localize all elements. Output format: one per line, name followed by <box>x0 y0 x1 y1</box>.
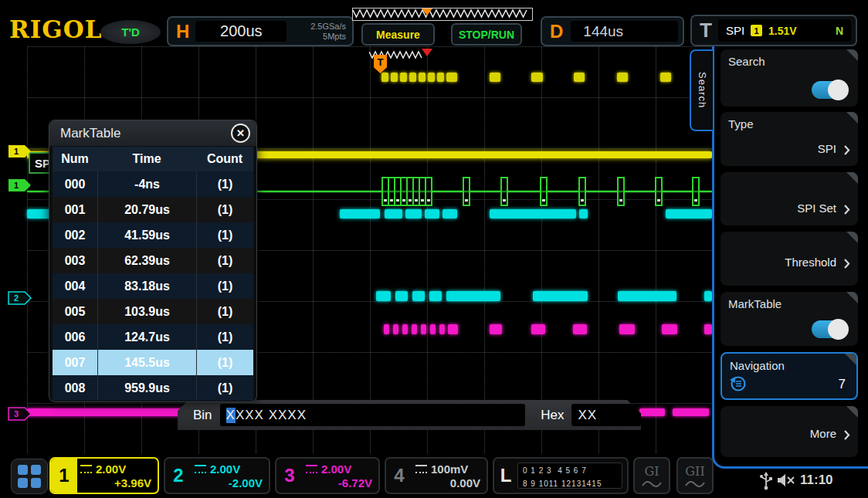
clock: 11:10 <box>800 473 833 488</box>
channel3-scale: 2.00V <box>321 462 351 476</box>
delay-settings-box[interactable]: D 144us <box>541 16 684 46</box>
dc-coupling-icon <box>80 465 92 473</box>
grid-icon <box>18 465 41 488</box>
channel3-position-tag[interactable]: 3 <box>8 407 32 421</box>
menu-item-search[interactable]: Search <box>721 49 858 107</box>
trigger-label: T <box>700 19 712 42</box>
hex-label: Hex <box>541 408 564 423</box>
waveform-position-bar[interactable] <box>352 8 533 21</box>
navigation-count: 7 <box>839 377 846 392</box>
trigger-source-badge: 1 <box>751 25 762 36</box>
channel2-box[interactable]: 2 2.00V -2.00V <box>164 457 270 494</box>
marktable-row[interactable]: 00120.79us(1) <box>53 197 253 222</box>
channel3-box[interactable]: 3 2.00V -6.72V <box>275 457 380 494</box>
channel4-offset: 0.00V <box>415 476 480 490</box>
channel1-scale: 2.00V <box>96 462 126 476</box>
trigger-settings-box[interactable]: T SPI 1 1.51V N <box>690 15 857 46</box>
timebase-value[interactable]: 200us <box>195 21 287 42</box>
marktable-row[interactable]: 007145.5us(1) <box>53 350 253 375</box>
delay-value[interactable]: 144us <box>571 21 678 42</box>
chevron-right-icon <box>843 204 850 215</box>
search-menu-tab[interactable]: Search <box>690 49 713 131</box>
svg-text:1: 1 <box>14 147 19 156</box>
sample-rate: 2.5GSa/s <box>310 22 346 31</box>
trigger-type: SPI <box>726 24 744 37</box>
channel1-box[interactable]: 1 2.00V +3.96V <box>49 457 159 494</box>
navigation-icon <box>730 375 747 392</box>
column-header-num: Num <box>53 152 97 166</box>
close-icon[interactable]: ✕ <box>231 124 250 143</box>
marktable-row[interactable]: 00241.59us(1) <box>53 222 253 248</box>
delay-label: D <box>550 21 563 42</box>
trigger-slope: N <box>836 25 843 37</box>
sine-icon <box>642 479 662 488</box>
dc-coupling-icon <box>415 465 427 473</box>
marktable-row[interactable]: 005103.9us(1) <box>53 299 253 324</box>
marktable-header: Num Time Count <box>53 147 253 171</box>
chevron-right-icon <box>843 144 850 156</box>
horizontal-settings-box[interactable]: H 200us 2.5GSa/s 5Mpts <box>167 16 354 46</box>
mute-speaker-icon <box>777 473 797 487</box>
trigger-position-marker-icon[interactable] <box>422 8 432 15</box>
channel2-offset: -2.00V <box>195 476 263 490</box>
svg-text:3: 3 <box>14 409 19 418</box>
menu-item-threshold[interactable]: Threshold <box>721 232 858 286</box>
search-menu: Search Type SPI SPI Set Threshold MarkTa… <box>712 46 868 469</box>
channel2-position-tag[interactable]: 2 <box>8 291 32 305</box>
hex-value: XX <box>571 404 641 426</box>
marktable-title[interactable]: MarkTable <box>49 120 256 146</box>
channel3-offset: -6.72V <box>306 476 372 490</box>
channel1-offset: +3.96V <box>80 476 151 490</box>
menu-item-type[interactable]: Type SPI <box>721 112 858 166</box>
chevron-right-icon <box>843 258 850 269</box>
marktable-toggle[interactable] <box>812 320 847 338</box>
chevron-right-icon <box>843 429 850 441</box>
sine-icon <box>685 479 705 488</box>
marktable-row[interactable]: 008959.9us(1) <box>53 375 253 401</box>
search-channel-position-tag[interactable]: 1 <box>8 178 32 192</box>
decode-bar: Bin XXXX XXXX Hex XX <box>178 400 641 430</box>
dc-coupling-icon <box>306 465 317 473</box>
marktable-row[interactable]: 00483.18us(1) <box>53 273 253 299</box>
trigger-point-icon <box>422 49 432 56</box>
trigger-status-badge: T'D <box>100 20 161 44</box>
column-header-time: Time <box>97 147 196 171</box>
oscilloscope-screen: RIGOL T'D H 200us 2.5GSa/s 5Mpts Measure… <box>0 0 868 498</box>
svg-text:1: 1 <box>14 181 19 190</box>
logic-row2: 8 9 1011 12131415 <box>523 479 602 488</box>
marktable-popup[interactable]: MarkTable ✕ Num Time Count 000-4ns(1)001… <box>49 120 257 402</box>
measure-button[interactable]: Measure <box>361 23 435 46</box>
marktable-body: 000-4ns(1)00120.79us(1)00241.59us(1)0036… <box>53 171 253 401</box>
column-header-count: Count <box>196 147 253 171</box>
usb-icon <box>760 472 772 490</box>
memory-depth: 5Mpts <box>323 32 346 41</box>
search-toggle[interactable] <box>812 81 847 99</box>
channel4-scale: 100mV <box>431 462 468 476</box>
channel1-position-tag[interactable]: 1 <box>8 144 32 158</box>
trigger-level: 1.51V <box>768 25 797 37</box>
marktable-row[interactable]: 000-4ns(1) <box>53 171 253 197</box>
menu-item-spi-set[interactable]: SPI Set <box>721 172 858 225</box>
marktable-row[interactable]: 00362.39us(1) <box>53 248 253 273</box>
logic-row1: 0 1 2 3 4 5 6 7 <box>523 466 587 475</box>
menu-item-marktable[interactable]: MarkTable <box>721 292 858 346</box>
stop-run-button[interactable]: STOP/RUN <box>451 23 522 46</box>
bin-label: Bin <box>193 408 212 423</box>
menu-item-navigation[interactable]: Navigation 7 <box>721 352 858 400</box>
menu-item-more[interactable]: More <box>721 406 858 457</box>
marktable-row[interactable]: 006124.7us(1) <box>53 324 253 350</box>
horizontal-label: H <box>176 21 189 42</box>
generator1-box[interactable]: GI <box>633 457 670 494</box>
rigol-logo: RIGOL <box>9 15 103 43</box>
logic-channels-box[interactable]: L 0 1 2 3 4 5 6 78 9 1011 12131415 <box>493 457 629 494</box>
svg-text:2: 2 <box>14 293 19 303</box>
dc-coupling-icon <box>195 465 206 473</box>
channel2-scale: 2.00V <box>210 462 240 476</box>
generator2-box[interactable]: GII <box>676 457 714 494</box>
bin-value: XXXX XXXX <box>220 404 526 426</box>
channel4-box[interactable]: 4 100mV 0.00V <box>385 457 488 494</box>
menu-button[interactable] <box>11 459 48 494</box>
